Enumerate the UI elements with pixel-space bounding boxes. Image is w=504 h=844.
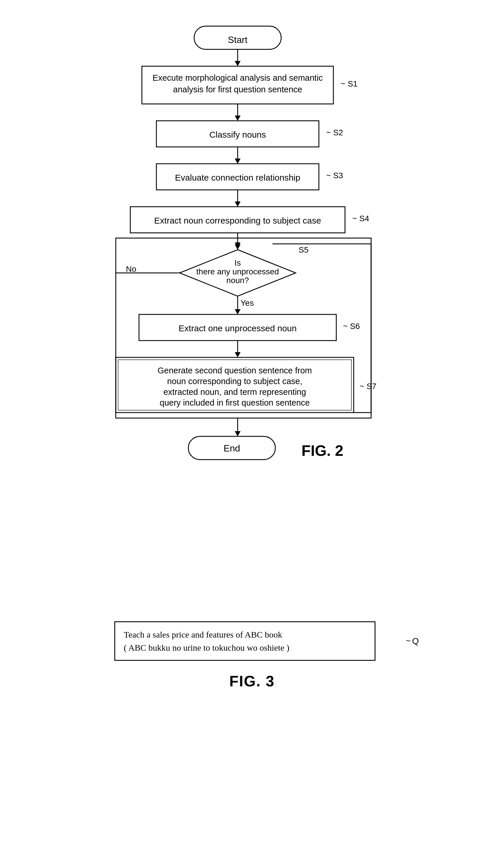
s1-text-line2: analysis for first question sentence: [173, 85, 302, 94]
fig3-area: Teach a sales price and features of ABC …: [93, 621, 412, 690]
s7-text-line1: Generate second question sentence from: [158, 366, 312, 375]
s3-text: Evaluate connection relationship: [175, 173, 300, 182]
s4-label: ~ S4: [352, 214, 369, 223]
start-label: Start: [228, 35, 248, 45]
s7-text-line4: query included in first question sentenc…: [160, 398, 310, 407]
s3-label: ~ S3: [326, 171, 343, 180]
end-label: End: [223, 443, 240, 454]
flowchart-svg: Start Execute morphological analysis and…: [93, 17, 412, 598]
s1-label: ~ S1: [341, 79, 358, 88]
fig3-title: FIG. 3: [229, 672, 274, 690]
svg-marker-11: [235, 201, 240, 207]
svg-marker-20: [235, 352, 240, 357]
s7-text-line3: extracted noun, and term representing: [163, 387, 306, 397]
fig3-box: Teach a sales price and features of ABC …: [114, 621, 376, 661]
no-label: No: [126, 264, 137, 274]
fig3-q-wrapper: ~ Q: [406, 636, 419, 646]
s2-text: Classify nouns: [209, 130, 266, 139]
fig3-q-label: Q: [412, 636, 419, 646]
s4-text: Extract noun corresponding to subject ca…: [154, 216, 321, 225]
s7-label: ~ S7: [360, 382, 376, 391]
s5-text-line1: Is: [234, 258, 241, 267]
s5-label: S5: [299, 245, 308, 254]
tilde-symbol: ~: [406, 636, 411, 646]
page: Start Execute morphological analysis and…: [0, 0, 504, 844]
svg-marker-8: [235, 159, 240, 164]
yes-label: Yes: [240, 298, 254, 307]
svg-marker-31: [235, 431, 240, 436]
fig3-box-text: Teach a sales price and features of ABC …: [124, 630, 290, 652]
svg-marker-5: [235, 116, 240, 121]
s6-label: ~ S6: [343, 322, 360, 331]
fig3-box-wrapper: Teach a sales price and features of ABC …: [114, 621, 390, 661]
s5-text-line3: noun?: [226, 276, 249, 285]
s6-text: Extract one unprocessed noun: [178, 323, 296, 333]
fig2-area: Start Execute morphological analysis and…: [93, 17, 412, 598]
svg-marker-2: [235, 61, 240, 66]
svg-marker-17: [235, 309, 240, 314]
fig2-title: FIG. 2: [302, 442, 343, 459]
s7-text-line2: noun corresponding to subject case,: [167, 376, 302, 386]
s1-text-line1: Execute morphological analysis and seman…: [152, 73, 323, 83]
s2-label: ~ S2: [326, 128, 343, 137]
s5-text-line2: there any unprocessed: [196, 267, 279, 276]
